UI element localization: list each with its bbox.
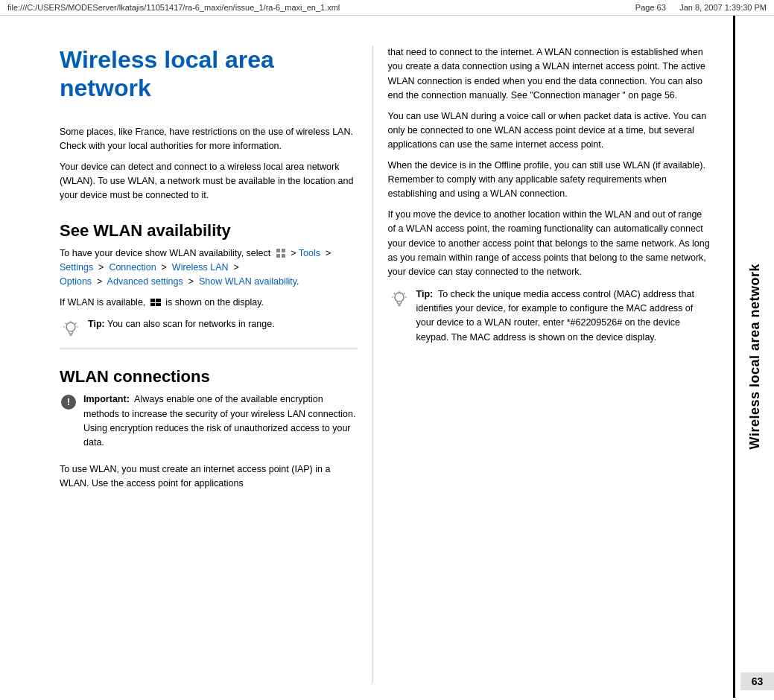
- lightbulb-icon: [60, 319, 81, 340]
- svg-line-9: [66, 323, 67, 325]
- see-wlan-p1: To have your device show WLAN availabili…: [60, 246, 358, 290]
- left-column: Wireless local area network Some places,…: [60, 45, 372, 683]
- important-box: ! Important: Always enable one of the av…: [60, 392, 358, 456]
- sidebar-label: Wireless local area network: [747, 264, 763, 449]
- connection-link[interactable]: Connection: [109, 262, 156, 273]
- page-number: 63: [740, 672, 774, 690]
- tip-2-icon: [388, 289, 410, 311]
- svg-point-14: [395, 293, 404, 302]
- see-wlan-p2: If WLAN is available, is shown on the di…: [60, 296, 358, 310]
- intro-p1: Some places, like France, have restricti…: [60, 125, 358, 154]
- svg-rect-2: [276, 254, 280, 258]
- tip-1-text: Tip: You can also scan for networks in r…: [88, 317, 275, 331]
- svg-line-18: [404, 293, 405, 294]
- advanced-settings-link[interactable]: Advanced settings: [107, 276, 183, 287]
- svg-rect-3: [282, 254, 285, 258]
- filepath-label: file:///C:/USERS/MODEServer/lkatajis/110…: [7, 3, 340, 12]
- tip-1-icon: [60, 319, 82, 341]
- menu-icon: [276, 248, 286, 258]
- settings-link[interactable]: Settings: [60, 262, 93, 273]
- right-p4: If you move the device to another locati…: [388, 208, 711, 280]
- options-link[interactable]: Options: [60, 276, 92, 287]
- tip-2-text: Tip: To check the unique media access co…: [416, 287, 711, 346]
- lightbulb-icon-2: [389, 290, 410, 311]
- right-p3: When the device is in the Offline profil…: [388, 159, 711, 202]
- divider: [60, 349, 358, 349]
- wlan-grid-icon: [150, 299, 161, 306]
- wlan-connections-heading: WLAN connections: [60, 367, 358, 386]
- top-bar: file:///C:/USERS/MODEServer/lkatajis/110…: [0, 0, 774, 16]
- page-wrapper: Wireless local area network Some places,…: [0, 16, 774, 698]
- intro-p2: Your device can detect and connect to a …: [60, 160, 358, 203]
- svg-line-19: [393, 293, 395, 294]
- tools-link[interactable]: Tools: [299, 248, 320, 258]
- right-p2: You can use WLAN during a voice call or …: [388, 109, 711, 153]
- main-content: Wireless local area network Some places,…: [0, 16, 733, 698]
- svg-text:!: !: [67, 396, 70, 407]
- svg-line-8: [75, 323, 77, 325]
- wlan-conn-p2: To use WLAN, you must create an internet…: [60, 462, 358, 491]
- see-wlan-heading: See WLAN availability: [60, 221, 358, 241]
- svg-rect-0: [276, 249, 280, 252]
- tip-2-box: Tip: To check the unique media access co…: [388, 287, 711, 351]
- tip-1-box: Tip: You can also scan for networks in r…: [60, 317, 358, 341]
- important-icon: !: [60, 393, 77, 411]
- wireless-lan-link[interactable]: Wireless LAN: [172, 262, 229, 273]
- page-title: Wireless local area network: [60, 45, 358, 103]
- svg-rect-1: [282, 249, 285, 252]
- show-wlan-link[interactable]: Show WLAN availability: [199, 276, 296, 287]
- important-circle-icon: !: [60, 393, 77, 411]
- right-p1: that need to connect to the internet. A …: [388, 45, 711, 104]
- important-text: Important: Always enable one of the avai…: [83, 392, 358, 451]
- svg-point-4: [66, 322, 75, 331]
- right-sidebar: Wireless local area network 63: [733, 16, 774, 698]
- page-info-label: Page 63 Jan 8, 2007 1:39:30 PM: [635, 3, 767, 12]
- right-column: that need to connect to the internet. A …: [372, 45, 711, 683]
